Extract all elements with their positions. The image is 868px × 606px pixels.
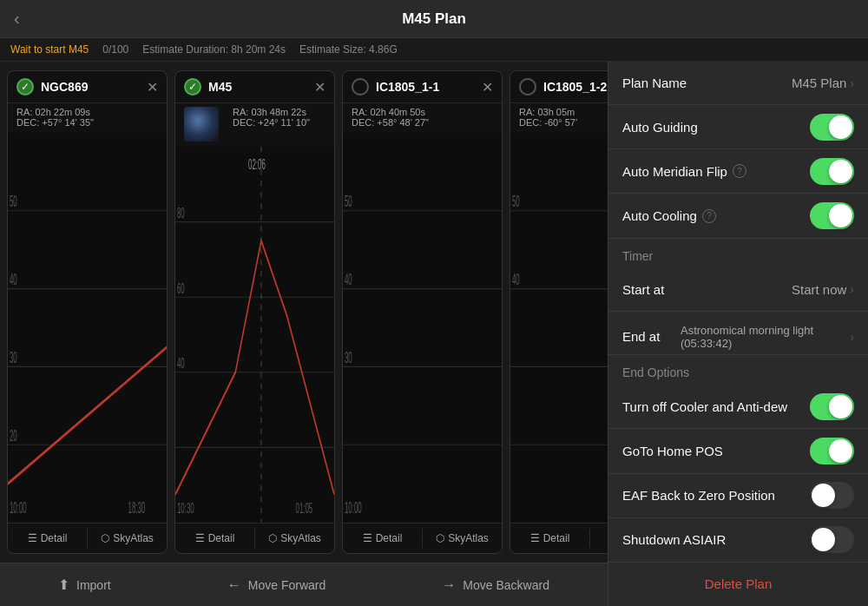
svg-text:30: 30: [345, 348, 352, 366]
start-at-value-group: Start now ›: [792, 282, 854, 297]
detail-btn-ngc869[interactable]: ☰ Detail: [8, 529, 88, 548]
close-plan-m45[interactable]: ✕: [314, 79, 326, 96]
ic1805-1-ra: RA: 02h 40m 50s: [352, 107, 429, 117]
skyatlas-btn-m45[interactable]: ⬡ SkyAtlas: [255, 529, 334, 548]
skyatlas-btn-ic1805-2[interactable]: ⬡ Sky: [590, 529, 608, 548]
cooling-help-icon[interactable]: ?: [702, 209, 716, 223]
start-at-value: Start now: [792, 282, 846, 297]
svg-text:20: 20: [10, 426, 17, 445]
check-icon: ✓: [21, 81, 30, 93]
skyatlas-btn-ic1805-1[interactable]: ⬡ SkyAtlas: [423, 529, 502, 548]
m45-thumbnail: [184, 107, 219, 142]
detail-btn-ic1805-1[interactable]: ☰ Detail: [343, 529, 423, 548]
plan-status-ngc869: ✓: [16, 78, 34, 96]
delete-plan-button[interactable]: Delete Plan: [608, 563, 868, 606]
plan-chart-ic1805-1: 50 40 30 10:00: [343, 133, 502, 523]
goto-home-row: GoTo Home POS: [608, 429, 868, 473]
turn-off-cooler-label: Turn off Cooler and Anti-dew: [622, 399, 787, 414]
move-forward-icon: ←: [227, 577, 241, 593]
plan-chart-m45: 02:06 80 60 40 10:30 01:05: [175, 147, 334, 523]
close-plan-ngc869[interactable]: ✕: [147, 79, 158, 96]
move-backward-label: Move Backward: [463, 578, 549, 592]
auto-guiding-label: Auto Guiding: [622, 120, 698, 135]
ic1805-2-dec: DEC: -60° 57': [519, 117, 577, 128]
ngc869-dec: DEC: +57° 14' 35": [16, 117, 94, 128]
m45-ra: RA: 03h 48m 22s: [233, 107, 310, 117]
svg-text:40: 40: [10, 270, 17, 288]
svg-text:18:30: 18:30: [128, 498, 145, 517]
turn-off-cooler-knob: [829, 395, 852, 418]
skyatlas-label: SkyAtlas: [448, 532, 489, 544]
import-button[interactable]: ⬆ Import: [41, 570, 128, 600]
auto-cooling-row: Auto Cooling ?: [608, 194, 868, 238]
start-at-chevron: ›: [850, 282, 854, 296]
svg-text:40: 40: [345, 270, 352, 288]
plan-card-ngc869[interactable]: ✓ NGC869 ✕ RA: 02h 22m 09s DEC: +57° 14'…: [7, 70, 168, 554]
end-at-value: Astronomical morning light (05:33:42): [681, 324, 846, 350]
detail-label: Detail: [376, 532, 403, 544]
auto-meridian-flip-label: Auto Meridian Flip ?: [622, 164, 746, 179]
auto-guiding-row: Auto Guiding: [608, 105, 868, 149]
plan-name-value: M45 Plan: [792, 76, 846, 90]
close-plan-ic1805-1[interactable]: ✕: [482, 79, 493, 96]
plan-name-m45: M45: [208, 80, 307, 94]
start-at-label: Start at: [622, 282, 664, 297]
detail-label-ngc869: Detail: [41, 532, 68, 544]
start-at-row[interactable]: Start at Start now ›: [608, 268, 868, 312]
plan-card-m45[interactable]: ✓ M45 ✕ RA: 03h 48m 22s DEC: +24° 11' 10…: [174, 70, 335, 554]
plan-name-row[interactable]: Plan Name M45 Plan ›: [608, 62, 868, 105]
detail-icon-m45: ☰: [195, 532, 205, 544]
check-icon-m45: ✓: [188, 81, 197, 93]
meridian-help-icon[interactable]: ?: [733, 164, 746, 178]
auto-cooling-toggle[interactable]: [810, 202, 854, 229]
auto-meridian-flip-toggle[interactable]: [810, 158, 854, 185]
plan-card-ic1805-1[interactable]: IC1805_1-1 ✕ RA: 02h 40m 50s DEC: +58° 4…: [342, 70, 503, 554]
svg-text:01:05: 01:05: [295, 500, 312, 517]
m45-dec: DEC: +24° 11' 10": [233, 117, 310, 128]
end-at-row[interactable]: End at Astronomical morning light (05:33…: [608, 312, 868, 356]
move-backward-button[interactable]: → Move Backward: [424, 570, 567, 600]
duration-status: Estimate Duration: 8h 20m 24s: [142, 43, 286, 56]
move-forward-button[interactable]: ← Move Forward: [210, 570, 343, 600]
shutdown-row: Shutdown ASIAIR: [608, 518, 868, 563]
plan-card-ic1805-2[interactable]: IC1805_1-2 ✕ RA: 03h 05m DEC: -60° 57': [510, 70, 608, 554]
app-header: ‹ M45 Plan: [0, 0, 868, 38]
skyatlas-icon-ngc869: ⬡: [101, 532, 109, 544]
plan-footer-ngc869: ☰ Detail ⬡ SkyAtlas: [8, 523, 167, 553]
turn-off-cooler-toggle[interactable]: [810, 393, 854, 420]
turn-off-cooler-row: Turn off Cooler and Anti-dew: [608, 385, 868, 429]
ngc869-ra: RA: 02h 22m 09s: [16, 107, 94, 117]
svg-text:50: 50: [512, 192, 520, 210]
plan-meta-m45: RA: 03h 48m 22s DEC: +24° 11' 10": [175, 103, 334, 147]
goto-home-knob: [829, 439, 852, 463]
plan-name-label: Plan Name: [622, 76, 687, 90]
auto-meridian-flip-knob: [829, 160, 852, 183]
count-status: 0/100: [102, 43, 128, 56]
end-at-chevron: ›: [850, 330, 854, 344]
main-content: ✓ NGC869 ✕ RA: 02h 22m 09s DEC: +57° 14'…: [0, 62, 868, 606]
eaf-back-label: EAF Back to Zero Position: [622, 488, 775, 503]
plan-card-header-ngc869: ✓ NGC869 ✕: [8, 71, 167, 103]
eaf-back-toggle[interactable]: [810, 482, 854, 509]
skyatlas-btn-ngc869[interactable]: ⬡ SkyAtlas: [88, 529, 167, 548]
detail-btn-m45[interactable]: ☰ Detail: [175, 529, 255, 548]
plan-card-header-ic1805-1: IC1805_1-1 ✕: [343, 71, 502, 103]
back-button[interactable]: ‹: [14, 9, 20, 29]
detail-btn-ic1805-2[interactable]: ☰ Detail: [510, 529, 590, 548]
delete-plan-label: Delete Plan: [705, 576, 773, 591]
shutdown-label: Shutdown ASIAIR: [622, 532, 726, 547]
plan-meta-ic1805-1: RA: 02h 40m 50s DEC: +58° 48' 27": [343, 103, 502, 133]
import-icon: ⬆: [58, 576, 69, 593]
plan-name-value-group: M45 Plan ›: [792, 76, 854, 90]
plan-chart-ic1805-2: 50 40: [510, 133, 608, 523]
right-panel: Plan Name M45 Plan › Auto Guiding Auto M…: [608, 62, 868, 606]
end-options-section-header: End Options: [608, 355, 868, 385]
goto-home-toggle[interactable]: [810, 438, 854, 464]
svg-text:50: 50: [345, 192, 352, 210]
skyatlas-icon: ⬡: [436, 532, 444, 544]
plan-status-m45: ✓: [184, 78, 201, 96]
ic1805-1-dec: DEC: +58° 48' 27": [352, 117, 429, 128]
plans-scroll[interactable]: ✓ NGC869 ✕ RA: 02h 22m 09s DEC: +57° 14'…: [0, 62, 608, 563]
auto-guiding-toggle[interactable]: [810, 114, 854, 141]
shutdown-toggle[interactable]: [810, 526, 854, 553]
